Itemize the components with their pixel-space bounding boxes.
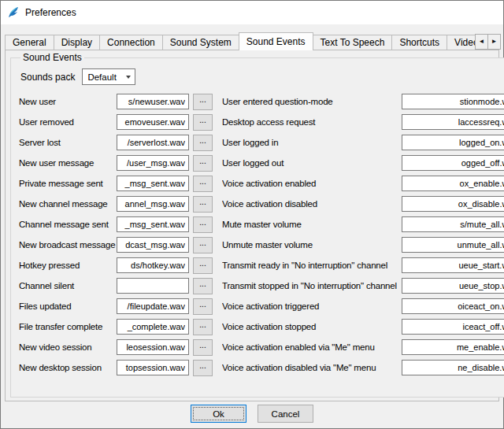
- tab-sound-events[interactable]: Sound Events: [239, 32, 313, 50]
- tab-connection[interactable]: Connection: [99, 35, 163, 50]
- sounds-pack-label: Sounds pack: [20, 72, 75, 83]
- sound-file-input[interactable]: [117, 298, 189, 314]
- sounds-pack-select[interactable]: Default: [82, 68, 135, 85]
- sound-file-input[interactable]: [402, 257, 504, 273]
- sound-file-input[interactable]: [117, 135, 189, 150]
- browse-button[interactable]: ...: [193, 237, 213, 253]
- cancel-button[interactable]: Cancel: [258, 405, 313, 423]
- sound-event-label: Files updated: [19, 301, 117, 311]
- browse-button[interactable]: ...: [193, 339, 213, 356]
- sound-event-row: Server lost...: [19, 132, 213, 153]
- sound-event-row: Hotkey pressed...: [19, 255, 213, 276]
- sound-file-input[interactable]: [402, 360, 504, 375]
- browse-button[interactable]: ...: [193, 360, 213, 376]
- sounds-pack-row: Sounds pack Default: [20, 68, 504, 85]
- sound-file-input[interactable]: [402, 94, 504, 109]
- tab-shortcuts[interactable]: Shortcuts: [391, 35, 447, 50]
- sound-event-label: User logged in: [222, 138, 402, 147]
- sound-file-input[interactable]: [402, 278, 504, 294]
- sound-events-column-right: User entered question-mode...Desktop acc…: [222, 91, 504, 378]
- tab-scroll-group: ◄ ►: [476, 34, 501, 50]
- sound-file-input[interactable]: [117, 278, 189, 294]
- tab-sound-system[interactable]: Sound System: [162, 35, 239, 50]
- sound-file-input[interactable]: [402, 298, 504, 314]
- sound-event-label: Voice activation disabled: [222, 199, 402, 209]
- sound-file-input[interactable]: [117, 257, 189, 273]
- tab-text-to-speech[interactable]: Text To Speech: [313, 35, 393, 50]
- sound-file-input[interactable]: [117, 196, 189, 212]
- sound-file-input[interactable]: [117, 319, 189, 335]
- sound-event-label: Hotkey pressed: [19, 261, 117, 270]
- tab-bar: GeneralDisplayConnectionSound SystemSoun…: [1, 31, 503, 50]
- browse-button[interactable]: ...: [193, 298, 213, 315]
- sound-file-input[interactable]: [402, 237, 504, 253]
- browse-button[interactable]: ...: [193, 114, 213, 131]
- sound-event-label: Transmit ready in "No interruption" chan…: [222, 261, 402, 270]
- sound-file-input[interactable]: [117, 114, 189, 130]
- sound-event-label: Voice activation enabled: [222, 179, 402, 188]
- browse-button[interactable]: ...: [193, 319, 213, 335]
- sound-event-label: Channel silent: [19, 281, 117, 290]
- sound-file-input[interactable]: [117, 155, 189, 171]
- sound-event-label: Voice activation disabled via "Me" menu: [222, 363, 402, 372]
- sound-event-row: Desktop access request...: [222, 112, 504, 132]
- browse-button[interactable]: ...: [193, 216, 213, 233]
- tab-general[interactable]: General: [5, 35, 54, 50]
- browse-button[interactable]: ...: [193, 278, 213, 294]
- sound-file-input[interactable]: [117, 237, 189, 253]
- browse-button[interactable]: ...: [193, 94, 213, 110]
- sound-event-row: Voice activation enabled via "Me" menu..…: [222, 337, 504, 357]
- sound-event-label: Voice activation triggered: [222, 301, 402, 311]
- titlebar[interactable]: Preferences: [1, 1, 503, 24]
- sound-event-row: Transmit stopped in "No interruption" ch…: [222, 276, 504, 296]
- sound-file-input[interactable]: [402, 196, 504, 212]
- sound-event-row: Channel message sent...: [19, 214, 213, 235]
- sound-file-input[interactable]: [117, 176, 189, 191]
- sound-file-input[interactable]: [402, 339, 504, 355]
- tab-display[interactable]: Display: [54, 35, 100, 50]
- dialog-footer: Ok Cancel: [1, 405, 503, 423]
- tab-video[interactable]: Video: [447, 35, 476, 50]
- sound-event-label: Voice activation stopped: [222, 322, 402, 331]
- sound-events-column-left: New user...User removed...Server lost...…: [19, 91, 213, 378]
- browse-button[interactable]: ...: [193, 257, 213, 274]
- sound-event-row: Files updated...: [19, 296, 213, 316]
- sound-event-label: Voice activation enabled via "Me" menu: [222, 342, 402, 352]
- sound-event-label: Server lost: [19, 138, 117, 147]
- teamtalk-logo-icon: [7, 6, 20, 19]
- sound-file-input[interactable]: [117, 216, 189, 232]
- sound-file-input[interactable]: [117, 339, 189, 355]
- groupbox-title: Sound Events: [20, 52, 84, 63]
- browse-button[interactable]: ...: [193, 155, 213, 172]
- sound-event-label: Private message sent: [19, 179, 117, 188]
- ok-button[interactable]: Ok: [191, 405, 246, 423]
- sound-event-label: Transmit stopped in "No interruption" ch…: [222, 281, 402, 290]
- sound-file-input[interactable]: [402, 114, 504, 130]
- sound-event-label: Unmute master volume: [222, 240, 402, 250]
- sound-event-label: Desktop access request: [222, 117, 402, 127]
- sound-file-input[interactable]: [117, 94, 189, 109]
- tab-page-sound-events: Sound Events Sounds pack Default New use…: [5, 50, 499, 401]
- sound-event-row: User logged out...: [222, 153, 504, 173]
- sound-event-label: User removed: [19, 117, 117, 127]
- sound-event-label: File transfer complete: [19, 322, 117, 331]
- sound-file-input[interactable]: [402, 135, 504, 150]
- sound-events-columns: New user...User removed...Server lost...…: [19, 91, 504, 378]
- sound-event-row: Unmute master volume...: [222, 235, 504, 255]
- browse-button[interactable]: ...: [193, 135, 213, 151]
- sound-event-row: Mute master volume...: [222, 214, 504, 235]
- sound-event-label: Mute master volume: [222, 220, 402, 229]
- tab-scroll-left-button[interactable]: ◄: [475, 34, 488, 50]
- sound-file-input[interactable]: [402, 155, 504, 171]
- tab-scroll-right-button[interactable]: ►: [487, 34, 501, 50]
- sound-file-input[interactable]: [402, 319, 504, 335]
- sound-event-row: Voice activation stopped...: [222, 316, 504, 337]
- sound-file-input[interactable]: [117, 360, 189, 375]
- sound-event-label: New video session: [19, 342, 117, 352]
- sound-file-input[interactable]: [402, 176, 504, 191]
- sound-event-row: File transfer complete...: [19, 316, 213, 337]
- browse-button[interactable]: ...: [193, 196, 213, 213]
- sound-file-input[interactable]: [402, 216, 504, 232]
- sound-event-label: Channel message sent: [19, 220, 117, 229]
- browse-button[interactable]: ...: [193, 176, 213, 192]
